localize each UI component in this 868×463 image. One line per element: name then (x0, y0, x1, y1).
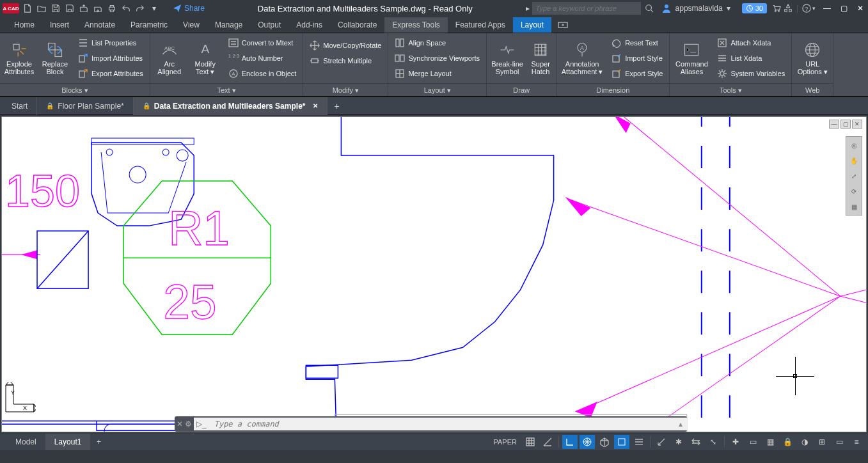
auto-number-button[interactable]: 1·2·3Auto Number (226, 51, 299, 65)
search-input[interactable] (532, 2, 641, 15)
tab-addins[interactable]: Add-ins (288, 17, 330, 33)
saveas-icon[interactable] (64, 3, 75, 14)
trial-badge[interactable]: 30 (742, 3, 767, 13)
ortho-toggle-icon[interactable] (562, 435, 578, 449)
arc-aligned-button[interactable]: ABC ArcAligned (152, 35, 187, 82)
hardware-accel-icon[interactable]: ⊞ (814, 435, 830, 449)
export-attributes-button[interactable]: Export Attributes (75, 67, 146, 81)
cmdline-expand-icon[interactable]: ▴ (674, 418, 687, 430)
auto-scale-icon[interactable] (688, 435, 704, 449)
pan-icon[interactable]: ✋ (848, 155, 860, 166)
tab-close-icon[interactable]: ✕ (313, 102, 318, 109)
modify-text-button[interactable]: A ModifyText ▾ (187, 35, 223, 82)
enclose-in-object-button[interactable]: AEnclose in Object (226, 67, 299, 81)
stretch-multiple-button[interactable]: Stretch Multiple (307, 54, 384, 68)
lock-ui-icon[interactable]: 🔒 (780, 435, 795, 449)
zoom-extents-icon[interactable]: ⤢ (848, 170, 860, 182)
command-input[interactable] (209, 418, 674, 430)
redo-icon[interactable] (134, 3, 146, 14)
share-button[interactable]: Share (173, 4, 205, 13)
merge-layout-button[interactable]: Merge Layout (392, 67, 482, 81)
annotation-scale-icon[interactable] (654, 435, 669, 449)
break-line-symbol-button[interactable]: Break-lineSymbol (488, 35, 526, 82)
tab-layout[interactable]: Layout (513, 17, 551, 33)
units-icon[interactable]: ▭ (745, 435, 761, 449)
cmdline-handle-icon[interactable]: ✕ ⚙ (175, 420, 194, 428)
help-icon[interactable]: ? (801, 3, 812, 14)
doc-tab-dataextraction[interactable]: 🔒Data Extraction and Multileaders Sample… (134, 97, 328, 115)
user-menu[interactable]: appsmalavida ▾ (661, 3, 730, 13)
search-caret-icon[interactable]: ▸ (526, 4, 530, 13)
add-layout-button[interactable]: + (90, 437, 107, 446)
workspace-icon[interactable]: ✚ (728, 435, 743, 449)
import-style-button[interactable]: Import Style (609, 51, 665, 65)
list-properties-button[interactable]: List Properties (75, 36, 146, 50)
annotation-attachment-button[interactable]: A AnnotationAttachment ▾ (558, 35, 606, 82)
super-hatch-button[interactable]: SuperHatch (526, 35, 555, 82)
attach-xdata-button[interactable]: Attach Xdata (714, 36, 787, 50)
panel-title-text[interactable]: Text ▾ (150, 83, 303, 96)
isodraft-icon[interactable] (597, 435, 612, 449)
move-copy-rotate-button[interactable]: Move/Copy/Rotate (307, 38, 384, 52)
tab-annotate[interactable]: Annotate (77, 17, 123, 33)
clean-screen-icon[interactable]: ▭ (832, 435, 847, 449)
qat-dropdown-icon[interactable]: ▾ (148, 3, 160, 14)
tab-featured-apps[interactable]: Featured Apps (448, 17, 513, 33)
save-icon[interactable] (50, 3, 61, 14)
tab-parametric[interactable]: Parametric (123, 17, 175, 33)
import-attributes-button[interactable]: Import Attributes (75, 51, 146, 65)
minimize-button[interactable]: — (822, 4, 832, 13)
doc-tab-floorplan[interactable]: 🔒Floor Plan Sample* (37, 97, 133, 115)
open-icon[interactable] (36, 3, 47, 14)
layout-tab-model[interactable]: Model (6, 434, 45, 450)
layout-tab-layout1[interactable]: Layout1 (45, 434, 91, 450)
snap-toggle-icon[interactable] (540, 435, 555, 449)
search-icon[interactable] (643, 3, 655, 14)
close-button[interactable]: ✕ (855, 4, 865, 13)
tab-manage[interactable]: Manage (207, 17, 250, 33)
command-aliases-button[interactable]: CommandAliases (671, 35, 712, 82)
system-variables-button[interactable]: System Variables (714, 67, 787, 81)
tab-collaborate[interactable]: Collaborate (330, 17, 384, 33)
align-space-button[interactable]: Align Space (392, 36, 482, 50)
osnap-toggle-icon[interactable] (614, 435, 629, 449)
maximize-button[interactable]: ▢ (839, 4, 849, 13)
cart-icon[interactable] (771, 3, 782, 14)
new-icon[interactable] (22, 3, 33, 14)
panel-title-modify[interactable]: Modify ▾ (303, 83, 388, 96)
export-style-button[interactable]: Export Style (609, 67, 665, 81)
close-viewport-icon[interactable]: ✕ (852, 120, 862, 129)
panel-title-blocks[interactable]: Blocks ▾ (0, 83, 150, 96)
list-xdata-button[interactable]: List Xdata (714, 51, 787, 65)
panel-title-layout[interactable]: Layout ▾ (388, 83, 486, 96)
full-nav-wheel-icon[interactable]: ◎ (848, 139, 860, 151)
synchronize-viewports-button[interactable]: Synchronize Viewports (392, 51, 482, 65)
replace-block-button[interactable]: ReplaceBlock (37, 35, 73, 82)
isolate-icon[interactable]: ◑ (797, 435, 812, 449)
max-viewport-icon[interactable]: ▢ (840, 120, 851, 129)
quick-props-icon[interactable]: ▦ (762, 435, 778, 449)
app-store-icon[interactable] (782, 3, 794, 14)
showmotion-icon[interactable]: ▦ (848, 201, 860, 212)
scale-list-icon[interactable]: ⤡ (706, 435, 721, 449)
new-doc-tab-button[interactable]: + (327, 101, 345, 111)
polar-toggle-icon[interactable] (580, 435, 595, 449)
panel-title-tools[interactable]: Tools ▾ (670, 83, 791, 96)
min-viewport-icon[interactable]: — (829, 120, 839, 129)
tab-view[interactable]: View (175, 17, 207, 33)
tab-insert[interactable]: Insert (42, 17, 77, 33)
drawing-canvas[interactable]: 150 R1 25 — ▢ ✕ ◎ ✋ ⤢ ⟳ ▦ (1, 116, 867, 432)
annotation-visibility-icon[interactable]: ✱ (671, 435, 686, 449)
doc-tab-start[interactable]: Start (3, 97, 37, 115)
orbit-icon[interactable]: ⟳ (848, 185, 860, 197)
web-save-icon[interactable] (92, 3, 104, 14)
grid-toggle-icon[interactable] (523, 435, 538, 449)
url-options-button[interactable]: URLOptions ▾ (793, 35, 832, 82)
lineweight-icon[interactable] (631, 435, 647, 449)
undo-icon[interactable] (120, 3, 132, 14)
explode-attributes-button[interactable]: ExplodeAttributes (1, 35, 37, 82)
tab-home[interactable]: Home (6, 17, 42, 33)
customize-status-icon[interactable]: ≡ (849, 435, 864, 449)
reset-text-button[interactable]: Reset Text (609, 36, 665, 50)
convert-to-mtext-button[interactable]: Convert to Mtext (226, 36, 299, 50)
